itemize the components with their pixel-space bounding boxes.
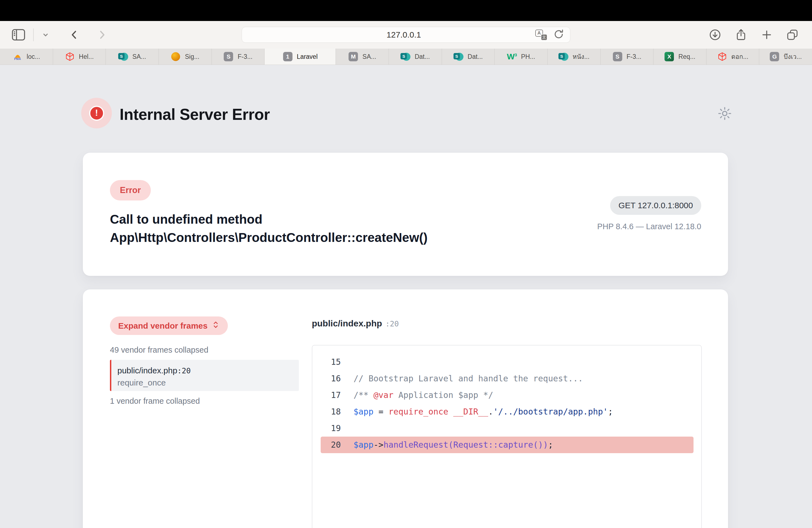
plus-icon bbox=[760, 29, 773, 41]
tab-bar: PMAloc...Hel...SSA...Sig...SF-3...1Larav… bbox=[0, 48, 812, 65]
line-number: 16 bbox=[313, 370, 341, 387]
error-message: Call to undefined method App\Http\Contro… bbox=[110, 210, 593, 247]
error-status-icon: ! bbox=[81, 98, 112, 128]
reload-icon[interactable] bbox=[553, 28, 565, 41]
browser-tab[interactable]: ดอก... bbox=[707, 48, 759, 64]
stack-trace-card: Expand vendor frames 49 vendor frames co… bbox=[83, 289, 728, 528]
line-number: 18 bbox=[313, 404, 341, 420]
error-message-line1: Call to undefined method bbox=[110, 210, 593, 229]
tab-overview-button[interactable] bbox=[786, 28, 799, 41]
address-bar-icons: A 文 bbox=[535, 28, 565, 41]
browser-tab[interactable]: SSA... bbox=[106, 48, 159, 64]
downloads-button[interactable] bbox=[709, 28, 721, 41]
tab-label: PH... bbox=[521, 53, 535, 60]
browser-tab[interactable]: SDat... bbox=[389, 48, 442, 64]
translate-icon[interactable]: A 文 bbox=[535, 29, 547, 41]
tab-label: loc... bbox=[27, 53, 40, 60]
forward-icon bbox=[96, 29, 108, 41]
code-file-header: public/index.php:20 bbox=[312, 318, 399, 328]
sharepoint-favicon-icon: S bbox=[118, 52, 128, 62]
code-line-19: 19 bbox=[313, 420, 701, 437]
vendor-frames-collapsed-top: 49 vendor frames collapsed bbox=[110, 346, 208, 355]
forward-button[interactable] bbox=[96, 29, 108, 41]
code-line-17: 17/** @var Application $app */ bbox=[313, 387, 701, 404]
browser-tab[interactable]: SF-3... bbox=[601, 48, 654, 64]
share-icon bbox=[735, 28, 748, 41]
browser-tab[interactable]: PMAloc... bbox=[0, 48, 53, 64]
tab-label: Dat... bbox=[468, 53, 483, 60]
sidebar-dropdown-button[interactable] bbox=[41, 31, 50, 39]
request-method-badge: GET 127.0.0.1:8000 bbox=[610, 196, 701, 215]
code-line-20-highlighted: 20$app->handleRequest(Request::capture()… bbox=[321, 437, 694, 453]
expand-button-label: Expand vendor frames bbox=[118, 321, 207, 331]
line-number: 15 bbox=[313, 354, 341, 370]
frame-method: require_once bbox=[117, 378, 299, 387]
tab-label: Laravel bbox=[297, 53, 318, 60]
tab-label: บึงเว... bbox=[784, 52, 802, 62]
excel-favicon-icon: X bbox=[664, 52, 674, 62]
browser-tab[interactable]: XReq... bbox=[653, 48, 707, 64]
toolbar-divider bbox=[33, 28, 34, 41]
theme-toggle-button[interactable] bbox=[717, 106, 733, 121]
gray-g-favicon-icon: G bbox=[769, 52, 779, 62]
gray-1-favicon-icon: 1 bbox=[283, 52, 293, 62]
back-icon bbox=[69, 29, 80, 41]
tab-label: Hel... bbox=[79, 53, 94, 60]
pma-favicon-icon: PMA bbox=[13, 52, 23, 62]
browser-tab[interactable]: SDat... bbox=[442, 48, 495, 64]
screen: 127.0.0.1 A 文 bbox=[0, 0, 812, 528]
sidebar-toggle-button[interactable] bbox=[12, 29, 25, 41]
orange-ball-favicon-icon bbox=[171, 52, 180, 62]
browser-tab[interactable]: MSA... bbox=[336, 48, 389, 64]
download-icon bbox=[709, 28, 721, 41]
tab-label: F-3... bbox=[237, 53, 252, 60]
share-button[interactable] bbox=[735, 28, 748, 41]
code-file-name: public/index.php bbox=[312, 318, 382, 328]
browser-toolbar: 127.0.0.1 A 文 bbox=[0, 21, 812, 48]
tab-label: F-3... bbox=[627, 53, 642, 60]
tab-label: ดอก... bbox=[731, 52, 749, 62]
line-number: 17 bbox=[313, 387, 341, 404]
error-type-badge: Error bbox=[110, 180, 151, 201]
error-summary-card: Error Call to undefined method App\Http\… bbox=[83, 153, 728, 276]
tab-label: Dat... bbox=[415, 53, 430, 60]
sharepoint-favicon-icon: S bbox=[453, 52, 463, 62]
gray-s-favicon-icon: S bbox=[223, 52, 233, 62]
page-content: ! Internal Server Error Error Call to un… bbox=[0, 65, 812, 528]
new-tab-button[interactable] bbox=[760, 29, 773, 41]
gray-s-favicon-icon: S bbox=[613, 52, 623, 62]
exclamation-icon: ! bbox=[89, 106, 104, 121]
tabs-overview-icon bbox=[786, 28, 799, 41]
browser-tab[interactable]: SF-3... bbox=[212, 48, 265, 64]
browser-tab[interactable]: Sหนัง... bbox=[548, 48, 601, 64]
unfold-chevrons-icon bbox=[212, 320, 220, 332]
code-line-16: 16// Bootstrap Laravel and handle the re… bbox=[313, 370, 701, 387]
w3-favicon-icon: W3 bbox=[507, 52, 517, 62]
code-line-18: 18$app = require_once __DIR__.'/../boots… bbox=[313, 404, 701, 420]
gray-m-favicon-icon: M bbox=[348, 52, 358, 62]
browser-tab[interactable]: W3PH... bbox=[495, 48, 548, 64]
chevron-down-icon bbox=[41, 31, 50, 39]
expand-vendor-frames-button[interactable]: Expand vendor frames bbox=[110, 317, 228, 335]
laravel-favicon-icon bbox=[717, 52, 727, 62]
macos-status-bar bbox=[0, 0, 812, 21]
browser-tab[interactable]: Sig... bbox=[159, 48, 212, 64]
address-bar[interactable]: 127.0.0.1 A 文 bbox=[242, 27, 570, 43]
tab-label: Sig... bbox=[185, 53, 199, 60]
page-title: Internal Server Error bbox=[120, 105, 270, 123]
browser-tab[interactable]: Gบึงเว... bbox=[759, 48, 812, 64]
sharepoint-favicon-icon: S bbox=[401, 52, 410, 62]
sun-icon bbox=[717, 118, 733, 122]
back-button[interactable] bbox=[69, 29, 80, 41]
laravel-favicon-icon bbox=[65, 52, 75, 62]
frame-file: public/index.php:20 bbox=[117, 366, 299, 375]
code-snippet: 1516// Bootstrap Laravel and handle the … bbox=[312, 345, 702, 528]
version-info: PHP 8.4.6 — Laravel 12.18.0 bbox=[597, 222, 701, 231]
toolbar-right-group bbox=[709, 28, 799, 41]
browser-tab[interactable]: Hel... bbox=[53, 48, 106, 64]
error-message-line2: App\Http\Controllers\ProductController::… bbox=[110, 229, 593, 247]
code-line-15: 15 bbox=[313, 354, 701, 370]
browser-tab-active[interactable]: 1Laravel bbox=[265, 48, 336, 64]
toolbar-left-group bbox=[12, 28, 108, 41]
stack-frame-item[interactable]: public/index.php:20 require_once bbox=[110, 360, 299, 391]
